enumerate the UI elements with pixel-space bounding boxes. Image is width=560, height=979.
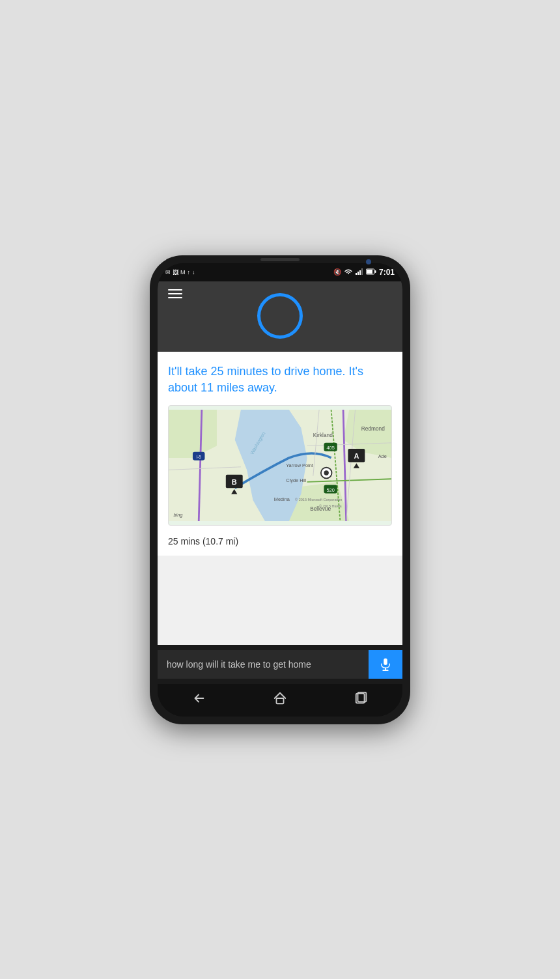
cortana-header: [158, 281, 402, 352]
recents-button[interactable]: [341, 686, 382, 714]
nav-bar: [158, 684, 402, 717]
svg-text:520: 520: [326, 487, 334, 493]
response-section: It'll take 25 minutes to drive home. It'…: [158, 352, 402, 405]
svg-text:bing: bing: [173, 511, 183, 517]
cortana-ring-icon[interactable]: [257, 293, 303, 339]
status-right-icons: 🔇: [333, 268, 395, 277]
back-icon: [191, 691, 206, 705]
svg-rect-1: [357, 272, 359, 275]
svg-text:Kirkland: Kirkland: [313, 431, 333, 438]
svg-text:Yarrow Point: Yarrow Point: [286, 462, 313, 468]
hamburger-menu-button[interactable]: [168, 289, 182, 298]
mail-icon: ✉: [165, 269, 171, 276]
map-container[interactable]: Kirkland Redmond Yarrow Point Clyde Hill…: [168, 405, 392, 526]
signal-icon: [356, 268, 363, 276]
status-time: 7:01: [379, 268, 395, 277]
svg-rect-2: [359, 270, 361, 275]
gray-spacer: [158, 556, 402, 645]
content-area: It'll take 25 minutes to drive home. It'…: [158, 352, 402, 645]
svg-rect-6: [374, 270, 376, 273]
response-text: It'll take 25 minutes to drive home. It'…: [168, 363, 392, 396]
status-left-icons: ✉ 🖼 M ↑ ↓: [165, 269, 195, 276]
svg-text:© 2015 Microsoft Corporation: © 2015 Microsoft Corporation: [295, 498, 342, 502]
hamburger-line-2: [168, 293, 182, 294]
hamburger-line-1: [168, 289, 182, 291]
home-button[interactable]: [260, 686, 300, 714]
mic-icon: [378, 657, 393, 672]
svg-rect-3: [361, 268, 363, 275]
wifi-icon: [344, 268, 353, 276]
hamburger-line-3: [168, 297, 182, 298]
svg-point-37: [324, 470, 328, 475]
image-icon: 🖼: [173, 269, 178, 276]
svg-rect-47: [276, 698, 283, 703]
svg-rect-0: [356, 273, 357, 275]
svg-text:© 2015 HERE: © 2015 HERE: [319, 504, 342, 508]
svg-text:Medina: Medina: [274, 496, 290, 502]
svg-text:Redmond: Redmond: [361, 425, 385, 432]
phone-camera: [366, 259, 371, 264]
phone-speaker: [260, 258, 300, 261]
svg-rect-44: [384, 658, 387, 664]
svg-text:Clyde Hill: Clyde Hill: [286, 477, 307, 483]
gmail-icon: M: [180, 269, 186, 276]
input-bar: [158, 645, 402, 684]
status-bar: ✉ 🖼 M ↑ ↓ 🔇: [158, 263, 402, 281]
voice-query-input[interactable]: [158, 650, 369, 679]
back-button[interactable]: [178, 686, 219, 714]
svg-text:405: 405: [326, 445, 334, 451]
recents-icon: [354, 691, 369, 705]
svg-text:A: A: [354, 452, 359, 460]
upload-icon: ↑: [188, 269, 191, 276]
home-icon: [273, 691, 287, 705]
svg-text:Ade: Ade: [378, 453, 387, 459]
phone-device: ✉ 🖼 M ↑ ↓ 🔇: [150, 255, 410, 724]
svg-text:B: B: [232, 477, 237, 485]
map-duration-text: 25 mins (10.7 mi): [158, 533, 402, 556]
mic-button[interactable]: [369, 650, 402, 679]
battery-icon: [366, 268, 376, 276]
mute-icon: 🔇: [333, 268, 341, 276]
svg-text:I-5: I-5: [196, 455, 201, 459]
map-svg: Kirkland Redmond Yarrow Point Clyde Hill…: [169, 406, 391, 525]
phone-screen: ✉ 🖼 M ↑ ↓ 🔇: [158, 263, 402, 717]
svg-rect-5: [367, 270, 372, 274]
download-icon: ↓: [192, 269, 195, 276]
